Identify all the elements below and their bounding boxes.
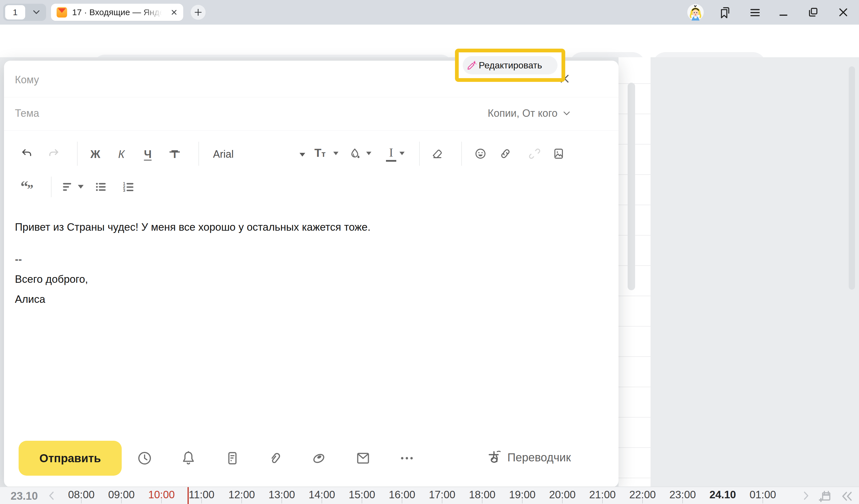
tab-bar: 1 17 · Входящие — Яндек: [0, 0, 859, 25]
to-field[interactable]: Кому: [15, 74, 39, 86]
align-icon[interactable]: [62, 181, 74, 193]
timeline-tick: [241, 499, 242, 503]
font-family-select[interactable]: Arial: [213, 148, 307, 162]
avatar[interactable]: [687, 4, 704, 21]
calendar-add-icon[interactable]: [818, 489, 832, 503]
emoji-icon[interactable]: [474, 148, 487, 160]
timeline-tick: [602, 499, 603, 503]
text-color-bar: [386, 160, 396, 162]
toolbar-divider: [51, 177, 51, 197]
link-icon[interactable]: [499, 148, 512, 160]
tab-count: 1: [13, 7, 18, 17]
template-icon[interactable]: [224, 450, 240, 466]
timeline-tick: [682, 499, 683, 503]
toolbar-divider: [419, 142, 420, 166]
underline-button[interactable]: Ч: [139, 146, 156, 163]
field-divider: [4, 130, 618, 131]
align-dropdown-arrow[interactable]: [78, 185, 84, 188]
timeline-tick: [522, 499, 523, 503]
strikethrough-glyph: Т: [171, 148, 178, 161]
field-divider: [4, 97, 618, 97]
active-tab[interactable]: 17 · Входящие — Яндек: [51, 4, 183, 21]
insert-image-icon[interactable]: [552, 148, 565, 160]
window-scrollbar-thumb[interactable]: [849, 66, 855, 290]
chevron-down-icon[interactable]: [32, 9, 41, 16]
page-scrollbar-thumb[interactable]: [628, 83, 635, 290]
signature-line: Всего доброго,: [15, 269, 596, 289]
timeline-tick: [362, 499, 362, 503]
notification-bell-icon[interactable]: [180, 450, 196, 466]
attach-paperclip-icon[interactable]: [267, 450, 283, 466]
redo-icon[interactable]: [47, 148, 60, 160]
message-body-editor[interactable]: Привет из Страны чудес! У меня все хорош…: [15, 217, 596, 309]
translator-label: Переводчик: [507, 451, 571, 464]
timeline-tick: [763, 499, 763, 503]
send-button-label: Отправить: [40, 452, 101, 465]
numbered-list-icon[interactable]: 1 2 3: [122, 181, 135, 193]
tab-count-badge[interactable]: 1: [5, 5, 25, 19]
window-restore-icon[interactable]: [807, 6, 819, 19]
cc-from-toggle[interactable]: Копии, От кого: [488, 107, 571, 119]
translator-icon: [486, 449, 502, 465]
chevron-down-icon: [562, 109, 571, 118]
window-minimize-icon[interactable]: [778, 6, 790, 19]
undo-icon[interactable]: [21, 148, 33, 160]
schedule-send-icon[interactable]: [137, 450, 153, 466]
timeline-tick: [321, 499, 322, 503]
yandex-mail-favicon: [56, 6, 67, 18]
timeline-tick: [562, 499, 563, 503]
tab-close-icon[interactable]: [170, 8, 178, 16]
menu-icon[interactable]: [749, 6, 762, 19]
signature-line: Алиса: [15, 289, 596, 309]
timeline-tick: [161, 499, 162, 503]
timeline-tick: [201, 499, 202, 503]
translator-button[interactable]: Переводчик: [486, 449, 571, 465]
font-size-glyph-big: Т: [314, 147, 321, 159]
timeline-tick: [442, 499, 442, 503]
plus-icon: [194, 8, 203, 17]
timeline-cursor[interactable]: [187, 487, 189, 504]
envelope-icon[interactable]: [355, 450, 371, 466]
timeline-tick: [282, 499, 282, 503]
font-family-value: Arial: [213, 148, 233, 160]
edit-button-label: Редактировать: [479, 60, 542, 71]
strikethrough-button[interactable]: Т: [166, 146, 183, 163]
bold-button[interactable]: Ж: [87, 146, 104, 163]
address-toolbar: Я mail.yandex.ru 17 · Входящие — Яндекс …: [0, 25, 859, 57]
tab-counter-control[interactable]: 1: [3, 4, 46, 21]
bookmarks-panel-icon[interactable]: [718, 6, 732, 19]
eraser-icon[interactable]: [431, 148, 443, 160]
font-size-button[interactable]: Тт: [314, 147, 340, 163]
timeline-hours[interactable]: 08:0009:0010:0011:0012:0013:0014:0015:00…: [0, 487, 859, 504]
text-color-button[interactable]: I: [382, 147, 400, 164]
toolbar-divider: [461, 142, 462, 166]
cc-from-label: Копии, От кого: [488, 107, 557, 119]
timeline-bar[interactable]: 23.10 08:0009:0010:0011:0012:0013:0014:0…: [0, 487, 859, 504]
edit-highlight-box: Редактировать: [455, 49, 565, 82]
signature-line: --: [15, 249, 596, 269]
window-close-icon[interactable]: [837, 6, 849, 19]
font-family-dropdown-arrow: [300, 153, 305, 156]
body-paragraph: Привет из Страны чудес! У меня все хорош…: [15, 217, 596, 237]
send-button[interactable]: Отправить: [19, 441, 122, 476]
italic-button[interactable]: К: [113, 146, 130, 163]
fill-color-icon[interactable]: [348, 148, 361, 160]
quote-button[interactable]: “”: [17, 179, 39, 197]
toolbar-divider: [198, 142, 199, 166]
text-color-dropdown-arrow[interactable]: [400, 152, 405, 155]
tab-title: 17 · Входящие — Яндек: [72, 7, 164, 17]
more-actions-icon[interactable]: [399, 450, 415, 466]
timeline-next-icon[interactable]: [800, 490, 812, 502]
edit-button[interactable]: Редактировать: [463, 56, 557, 74]
unlink-icon[interactable]: [528, 148, 541, 160]
timeline-tick: [482, 499, 482, 503]
toolbar-divider: [77, 142, 78, 166]
subject-field[interactable]: Тема: [15, 107, 39, 119]
fill-color-dropdown-arrow[interactable]: [366, 152, 371, 155]
timeline-tick: [81, 499, 81, 503]
new-tab-button[interactable]: [191, 5, 206, 20]
timeline-tick: [642, 499, 643, 503]
collapse-double-chevron-icon[interactable]: [840, 490, 853, 503]
bullet-list-icon[interactable]: [94, 181, 107, 193]
stamp-icon[interactable]: [311, 450, 327, 466]
